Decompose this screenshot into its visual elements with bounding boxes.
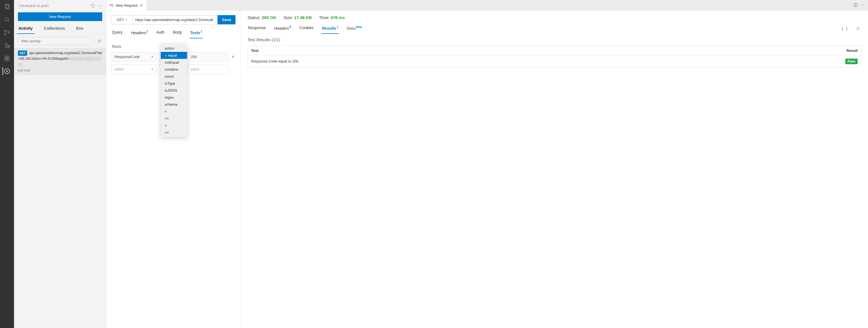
resp-sort-icon[interactable] [855, 26, 861, 32]
svg-point-14 [97, 6, 98, 6]
send-button[interactable]: Send [218, 15, 236, 24]
dropdown-opt-count[interactable]: count [161, 73, 187, 80]
results-header-result: Result [839, 46, 861, 55]
thunder-badge: TC [110, 4, 114, 7]
method-select[interactable]: GET ▾ [112, 15, 132, 24]
dropdown-opt-equal[interactable]: equal [161, 52, 187, 59]
sidebar-tab-env[interactable]: Env [74, 24, 85, 34]
editor-tab[interactable]: TC New Request ✕ [106, 0, 147, 11]
subtab-tests[interactable]: Tests1 [190, 28, 203, 38]
svg-point-23 [863, 5, 863, 5]
subtab-query[interactable]: Query [112, 28, 123, 38]
results-title: Test Results (1/1) [248, 37, 861, 42]
sort-icon[interactable] [97, 38, 103, 44]
resp-subtab-results[interactable]: Results1 [321, 24, 339, 34]
svg-point-22 [861, 5, 862, 5]
subtab-headers[interactable]: Headers2 [130, 28, 148, 38]
chevron-down-icon: ▾ [152, 55, 153, 59]
extensions-icon[interactable] [3, 54, 11, 62]
more-icon[interactable] [96, 3, 102, 9]
result-test-status: Pass [839, 55, 861, 67]
chevron-down-icon: ▾ [126, 18, 127, 21]
request-subtabs: Query Headers2 Auth Body Tests1 [112, 28, 236, 38]
svg-point-15 [99, 6, 99, 6]
source-control-icon[interactable] [3, 29, 11, 36]
dropdown-opt-regex[interactable]: regex [161, 94, 187, 101]
size-block: Size: 17.48 KB [284, 15, 312, 20]
svg-point-4 [5, 30, 6, 32]
result-test-name: Response Code equal to 200 [248, 55, 839, 67]
braces-icon[interactable]: { } [841, 27, 848, 31]
filter-row [14, 34, 106, 48]
svg-point-24 [864, 5, 865, 5]
results-table: Test Result Response Code equal to 200 P… [248, 46, 861, 67]
status-row: Status: 200 OK Size: 17.48 KB Time: 478 … [248, 15, 861, 20]
request-item-time: just now [18, 69, 102, 72]
tab-bar-actions [854, 0, 868, 11]
thunder-client-icon[interactable] [2, 67, 11, 75]
svg-point-16 [100, 6, 101, 6]
svg-point-5 [5, 34, 6, 35]
activity-request-item[interactable]: GET api.openweathermap.org/data/2.5/onec… [14, 48, 106, 75]
results-header-test: Test [248, 46, 839, 55]
request-row: GET ▾ https://api.openweathermap.org/dat… [112, 15, 236, 24]
test-field-select[interactable]: ResponseCode ▾ [112, 52, 156, 62]
svg-point-2 [5, 18, 8, 21]
svg-rect-11 [7, 59, 9, 60]
dropdown-opt-istype[interactable]: isType [161, 80, 187, 87]
svg-rect-12 [7, 56, 9, 58]
result-row: Response Code equal to 200 Pass [248, 55, 861, 67]
dropdown-opt-lte[interactable]: <= [161, 115, 187, 122]
dropdown-opt-notequal[interactable]: notEqual [161, 59, 187, 66]
delete-row-icon[interactable]: ✕ [230, 54, 236, 59]
status-block: Status: 200 OK [248, 15, 276, 20]
sidebar-tab-activity[interactable]: Activity [17, 24, 34, 34]
svg-rect-9 [5, 56, 7, 58]
test-field-select-empty[interactable]: select ▾ [112, 64, 156, 74]
filter-activity-input[interactable] [18, 37, 94, 45]
response-subtabs: Response Headers9 Cookies Results1 DocsN… [248, 24, 861, 34]
main: TC New Request ✕ GET ▾ https://api.openw… [106, 0, 868, 328]
dropdown-opt-isjson[interactable]: isJSON [161, 87, 187, 94]
dropdown-opt-gt[interactable]: > [161, 122, 187, 129]
svg-rect-0 [5, 4, 8, 8]
editor-tab-bar: TC New Request ✕ [106, 0, 868, 11]
test-value-input[interactable]: 200 [188, 52, 228, 62]
response-pane: Status: 200 OK Size: 17.48 KB Time: 478 … [241, 11, 868, 328]
sidebar: THUNDER CLIENT New Request Activity Coll… [14, 0, 106, 328]
svg-point-6 [8, 32, 9, 33]
sidebar-title: THUNDER CLIENT [19, 4, 90, 7]
files-icon[interactable] [3, 3, 11, 11]
test-value-input-empty[interactable]: value [188, 64, 228, 74]
dropdown-opt-lt[interactable]: < [161, 108, 187, 115]
debug-icon[interactable] [3, 42, 11, 49]
sidebar-tab-collections[interactable]: Collections [42, 24, 67, 34]
refresh-icon[interactable] [90, 3, 96, 9]
resp-subtab-docs[interactable]: DocsNew [346, 24, 362, 34]
dropdown-opt-gte[interactable]: >= [161, 129, 187, 136]
time-block: Time: 478 ms [319, 15, 345, 20]
new-request-button[interactable]: New Request [18, 12, 102, 21]
split-editor-icon[interactable] [854, 3, 858, 8]
content: GET ▾ https://api.openweathermap.org/dat… [106, 11, 868, 328]
method-badge: GET [18, 51, 27, 56]
tests-grid: ResponseCode ▾ 200 ✕ select ▾ [112, 52, 236, 74]
dropdown-opt-action[interactable]: action [161, 45, 187, 52]
resp-subtab-cookies[interactable]: Cookies [299, 24, 314, 34]
dropdown-opt-schema[interactable]: schema [161, 101, 187, 108]
dropdown-opt-contains[interactable]: contains [161, 66, 187, 73]
svg-line-3 [8, 21, 9, 22]
subtab-body[interactable]: Body [172, 28, 182, 38]
search-icon[interactable] [3, 16, 11, 24]
chevron-down-icon: ▾ [152, 67, 153, 71]
tab-more-icon[interactable] [861, 3, 865, 8]
sidebar-tabs: Activity Collections Env [14, 24, 106, 34]
resp-subtab-headers[interactable]: Headers9 [274, 24, 291, 34]
sidebar-header: THUNDER CLIENT [14, 0, 106, 11]
url-input[interactable]: https://api.openweathermap.org/data/2.5/… [132, 15, 218, 24]
subtab-auth[interactable]: Auth [156, 28, 165, 38]
request-item-url: GET api.openweathermap.org/data/2.5/onec… [18, 50, 102, 67]
resp-subtab-response[interactable]: Response [248, 24, 266, 34]
close-tab-icon[interactable]: ✕ [140, 3, 143, 7]
editor-tab-title: New Request [116, 3, 137, 7]
